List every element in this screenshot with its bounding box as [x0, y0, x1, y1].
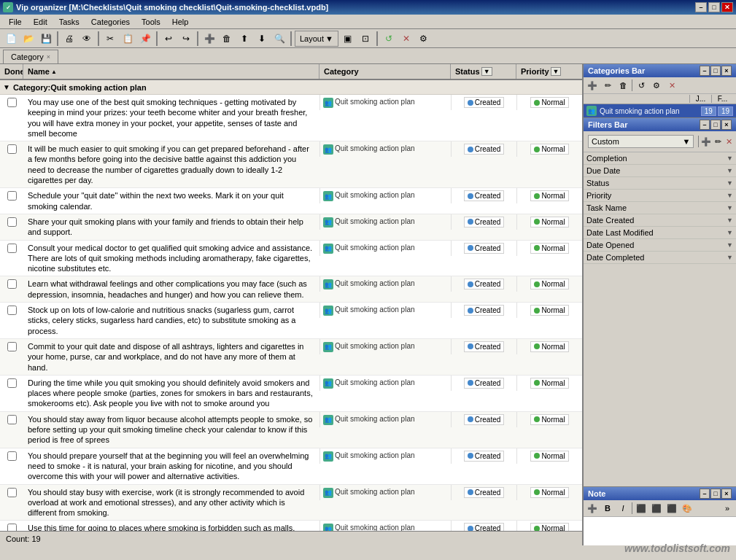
task-done-checkbox[interactable]: [7, 98, 17, 107]
note-bar-close[interactable]: ×: [721, 489, 732, 499]
cat-bar-maximize[interactable]: □: [710, 66, 721, 76]
note-align-right[interactable]: ⬛: [665, 502, 679, 515]
filter-row-arrow[interactable]: ▼: [727, 179, 733, 187]
menu-item-edit[interactable]: Edit: [28, 16, 53, 28]
header-priority[interactable]: Priority ▼: [516, 64, 582, 79]
copy-button[interactable]: 📋: [120, 31, 136, 47]
cut-button[interactable]: ✂: [102, 31, 118, 47]
task-done-checkbox[interactable]: [7, 306, 17, 315]
undo-button[interactable]: ↩: [160, 31, 177, 47]
header-done[interactable]: Done: [0, 64, 23, 79]
redo-button[interactable]: ↪: [178, 31, 194, 47]
cat-edit-icon[interactable]: ✏: [600, 79, 615, 92]
header-status[interactable]: Status ▼: [451, 64, 516, 79]
print-button[interactable]: 🖨: [61, 31, 77, 47]
table-row[interactable]: You may use one of the best quit smoking…: [0, 95, 582, 141]
open-button[interactable]: 📂: [20, 31, 36, 47]
filter-row-status[interactable]: Status ▼: [584, 177, 736, 190]
save-button[interactable]: 💾: [38, 31, 54, 47]
status-filter-icon[interactable]: ▼: [481, 67, 492, 76]
table-row[interactable]: You should stay busy with exercise, work…: [0, 485, 582, 521]
table-row[interactable]: It will be much easier to quit smoking i…: [0, 141, 582, 188]
filter-row-due-date[interactable]: Due Date ▼: [584, 165, 736, 177]
layout-button[interactable]: Layout ▼: [295, 31, 338, 47]
note-expand-icon[interactable]: »: [720, 502, 735, 515]
note-text-area[interactable]: [584, 517, 736, 545]
task-done-checkbox[interactable]: [7, 144, 17, 154]
layout-option-2[interactable]: ⊡: [357, 31, 373, 47]
task-done-checkbox[interactable]: [7, 524, 17, 531]
filter-delete-icon[interactable]: ✕: [724, 135, 735, 148]
task-done-checkbox[interactable]: [7, 415, 17, 424]
move-up-button[interactable]: ⬆: [236, 31, 252, 47]
filter-row-date-last-modified[interactable]: Date Last Modified ▼: [584, 227, 736, 239]
menu-item-categories[interactable]: Categories: [85, 16, 136, 28]
close-button[interactable]: ✕: [721, 2, 733, 12]
note-italic-icon[interactable]: I: [616, 502, 630, 515]
delete-task-button[interactable]: 🗑: [219, 31, 235, 47]
table-row[interactable]: Schedule your "quit date" within the nex…: [0, 188, 582, 214]
table-row[interactable]: Use this time for going to places where …: [0, 521, 582, 531]
filter-row-task-name[interactable]: Task Name ▼: [584, 202, 736, 214]
filter-row-date-completed[interactable]: Date Completed ▼: [584, 252, 736, 264]
table-row[interactable]: You should prepare yourself that at the …: [0, 448, 582, 485]
table-scroll[interactable]: ▼ Category: Quit smoking action plan You…: [0, 80, 582, 531]
menu-item-tools[interactable]: Tools: [136, 16, 166, 28]
menu-item-file[interactable]: File: [3, 16, 28, 28]
tab-close-icon[interactable]: ×: [47, 53, 50, 61]
filter-row-date-created[interactable]: Date Created ▼: [584, 214, 736, 227]
priority-filter-icon[interactable]: ▼: [551, 67, 562, 76]
table-row[interactable]: You should stay away from liquor because…: [0, 412, 582, 448]
move-down-button[interactable]: ⬇: [254, 31, 270, 47]
filter-row-date-opened[interactable]: Date Opened ▼: [584, 239, 736, 252]
header-category[interactable]: Category: [319, 64, 451, 79]
cat-settings-icon[interactable]: ⚙: [649, 79, 664, 92]
filter-row-arrow[interactable]: ▼: [727, 167, 733, 174]
table-row[interactable]: Consult your medical doctor to get quali…: [0, 241, 582, 277]
preview-button[interactable]: 👁: [79, 31, 95, 47]
task-done-checkbox[interactable]: [7, 244, 17, 253]
task-done-checkbox[interactable]: [7, 451, 17, 461]
task-done-checkbox[interactable]: [7, 279, 17, 289]
table-row[interactable]: Stock up on lots of low-calorie and nutr…: [0, 303, 582, 339]
filter-dropdown[interactable]: Custom ▼: [588, 135, 694, 148]
menu-item-help[interactable]: Help: [166, 16, 195, 28]
table-row[interactable]: During the time while you quit smoking y…: [0, 376, 582, 412]
table-row[interactable]: Share your quit smoking plans with your …: [0, 214, 582, 241]
note-bar-minimize[interactable]: –: [700, 489, 710, 499]
task-done-checkbox[interactable]: [7, 342, 17, 351]
filter-add-icon[interactable]: ➕: [700, 135, 712, 148]
filter-bar-minimize[interactable]: –: [700, 120, 710, 130]
filter-row-completion[interactable]: Completion ▼: [584, 152, 736, 165]
table-row[interactable]: Learn what withdrawal feelings and other…: [0, 276, 582, 303]
note-add-icon[interactable]: ➕: [585, 502, 600, 515]
category-list-item[interactable]: 👥 Quit smoking action plan 19 19: [584, 104, 736, 117]
cat-close-icon[interactable]: ✕: [665, 79, 679, 92]
filter-bar-close[interactable]: ×: [721, 120, 732, 130]
menu-item-tasks[interactable]: Tasks: [53, 16, 85, 28]
maximize-button[interactable]: □: [708, 2, 720, 12]
delete-button-2[interactable]: ✕: [398, 31, 414, 47]
new-button[interactable]: 📄: [3, 31, 19, 47]
note-align-center[interactable]: ⬛: [649, 502, 664, 515]
minimize-button[interactable]: –: [695, 2, 707, 12]
refresh-button[interactable]: ↺: [381, 31, 397, 47]
header-name[interactable]: Name ▲: [23, 64, 319, 79]
cat-add-icon[interactable]: ➕: [585, 79, 600, 92]
note-align-left[interactable]: ⬛: [634, 502, 648, 515]
category-toggle-icon[interactable]: ▼: [3, 83, 10, 91]
filter-row-arrow[interactable]: ▼: [727, 254, 733, 261]
filter-row-arrow[interactable]: ▼: [727, 204, 733, 211]
note-bar-maximize[interactable]: □: [710, 489, 721, 499]
filter-row-arrow[interactable]: ▼: [727, 155, 733, 162]
filter-button[interactable]: 🔍: [271, 31, 287, 47]
paste-button[interactable]: 📌: [137, 31, 153, 47]
note-bold-icon[interactable]: B: [600, 502, 615, 515]
filter-edit-icon[interactable]: ✏: [713, 135, 723, 148]
filter-row-arrow[interactable]: ▼: [727, 241, 733, 249]
note-color-icon[interactable]: 🎨: [680, 502, 694, 515]
layout-option-1[interactable]: ▣: [340, 31, 356, 47]
task-done-checkbox[interactable]: [7, 488, 17, 497]
category-tab[interactable]: Category ×: [3, 50, 58, 63]
cat-bar-close[interactable]: ×: [721, 66, 732, 76]
